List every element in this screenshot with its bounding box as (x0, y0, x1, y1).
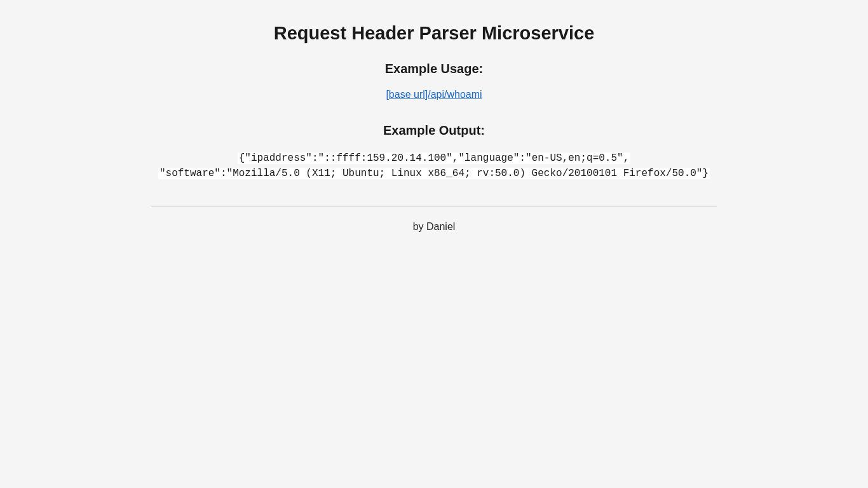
code-output-block: {"ipaddress":"::ffff:159.20.14.100","lan… (148, 151, 720, 181)
footer-byline: by Daniel (0, 221, 868, 233)
example-output-heading: Example Output: (0, 123, 868, 138)
api-whoami-link[interactable]: [base url]/api/whoami (386, 89, 482, 100)
example-usage-heading: Example Usage: (0, 62, 868, 76)
code-line-2: "software":"Mozilla/5.0 (X11; Ubuntu; Li… (158, 168, 710, 179)
code-line-1: {"ipaddress":"::ffff:159.20.14.100","lan… (238, 152, 631, 164)
divider (151, 207, 717, 207)
example-output-section: Example Output: {"ipaddress":"::ffff:159… (0, 123, 868, 181)
example-usage-section: Example Usage: [base url]/api/whoami (0, 62, 868, 100)
page-title: Request Header Parser Microservice (0, 23, 868, 44)
